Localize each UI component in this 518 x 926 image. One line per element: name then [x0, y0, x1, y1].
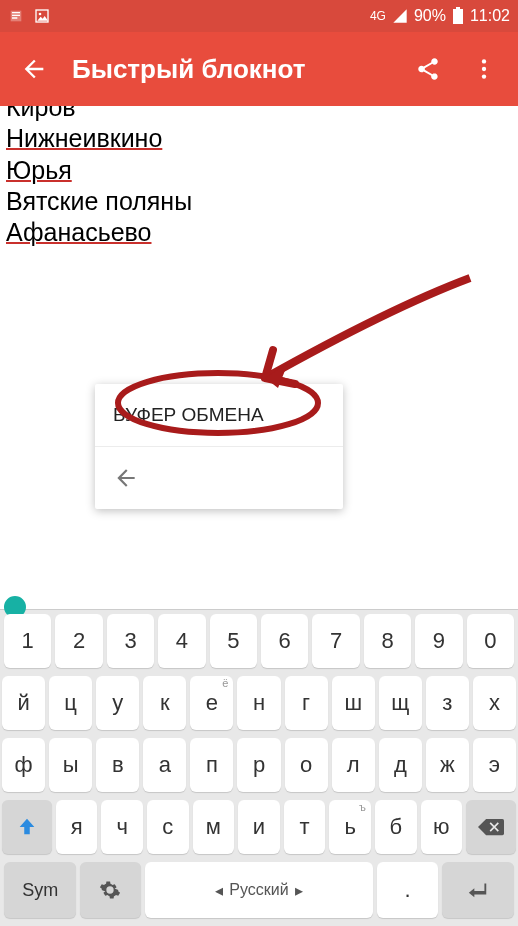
note-line: Киров	[6, 106, 512, 123]
key-letter[interactable]: о	[285, 738, 328, 792]
key-1[interactable]: 1	[4, 614, 51, 668]
key-letter[interactable]: с	[147, 800, 189, 854]
share-button[interactable]	[410, 51, 446, 87]
key-letter[interactable]: х	[473, 676, 516, 730]
key-letter[interactable]: к	[143, 676, 186, 730]
key-6[interactable]: 6	[261, 614, 308, 668]
key-letter[interactable]: ю	[421, 800, 463, 854]
key-settings[interactable]	[80, 862, 140, 918]
app-bar: Быстрый блокнот	[0, 32, 518, 106]
key-shift[interactable]	[2, 800, 52, 854]
key-letter[interactable]: з	[426, 676, 469, 730]
battery-icon	[452, 7, 464, 25]
key-letter[interactable]: й	[2, 676, 45, 730]
svg-point-5	[482, 67, 486, 71]
key-letter[interactable]: ф	[2, 738, 45, 792]
key-letter[interactable]: т	[284, 800, 326, 854]
key-letter[interactable]: у	[96, 676, 139, 730]
note-line: Вятские поляны	[6, 186, 512, 217]
key-8[interactable]: 8	[364, 614, 411, 668]
svg-rect-2	[453, 9, 463, 24]
battery-label: 90%	[414, 7, 446, 25]
keyboard-row-3: я ч с м и т ьъ б ю	[0, 796, 518, 858]
key-letter[interactable]: ц	[49, 676, 92, 730]
keyboard-row-bottom: Sym ◂ Русский ▸ .	[0, 858, 518, 922]
back-button[interactable]	[16, 51, 52, 87]
status-bar: 4G 90% 11:02	[0, 0, 518, 32]
key-5[interactable]: 5	[210, 614, 257, 668]
app-title: Быстрый блокнот	[72, 54, 390, 85]
note-editor[interactable]: Киров Нижнеивкино Юрья Вятские поляны Аф…	[0, 106, 518, 609]
key-dot[interactable]: .	[377, 862, 437, 918]
keyboard-row-2: ф ы в а п р о л д ж э	[0, 734, 518, 796]
key-7[interactable]: 7	[312, 614, 359, 668]
chevron-right-icon: ▸	[295, 881, 303, 900]
keyboard-lang-label: Русский	[229, 881, 288, 899]
key-letter[interactable]: н	[237, 676, 280, 730]
key-backspace[interactable]	[466, 800, 516, 854]
key-3[interactable]: 3	[107, 614, 154, 668]
network-label: 4G	[370, 9, 386, 23]
menu-back-item[interactable]	[95, 447, 343, 509]
chevron-left-icon: ◂	[215, 881, 223, 900]
clipboard-menu-item[interactable]: БУФЕР ОБМЕНА	[95, 384, 343, 447]
key-letter[interactable]: м	[193, 800, 235, 854]
keyboard-row-digits: 1 2 3 4 5 6 7 8 9 0	[0, 610, 518, 672]
key-letter[interactable]: её	[190, 676, 233, 730]
svg-point-1	[39, 13, 42, 16]
more-button[interactable]	[466, 51, 502, 87]
key-letter[interactable]: ч	[101, 800, 143, 854]
keyboard-row-1: й ц у к её н г ш щ з х	[0, 672, 518, 734]
note-line: Афанасьево	[6, 217, 512, 248]
key-letter[interactable]: б	[375, 800, 417, 854]
key-4[interactable]: 4	[158, 614, 205, 668]
key-9[interactable]: 9	[415, 614, 462, 668]
key-letter[interactable]: ы	[49, 738, 92, 792]
key-letter[interactable]: л	[332, 738, 375, 792]
key-letter[interactable]: р	[237, 738, 280, 792]
key-sym[interactable]: Sym	[4, 862, 76, 918]
key-letter[interactable]: э	[473, 738, 516, 792]
signal-icon	[392, 8, 408, 24]
key-letter[interactable]: щ	[379, 676, 422, 730]
key-2[interactable]: 2	[55, 614, 102, 668]
key-letter[interactable]: п	[190, 738, 233, 792]
key-letter[interactable]: в	[96, 738, 139, 792]
key-letter[interactable]: г	[285, 676, 328, 730]
key-space[interactable]: ◂ Русский ▸	[145, 862, 374, 918]
keyboard: 1 2 3 4 5 6 7 8 9 0 й ц у к её н г ш щ з…	[0, 609, 518, 926]
key-enter[interactable]	[442, 862, 514, 918]
image-icon	[34, 8, 50, 24]
key-letter[interactable]: ьъ	[329, 800, 371, 854]
note-line: Юрья	[6, 155, 512, 186]
key-letter[interactable]: и	[238, 800, 280, 854]
key-letter[interactable]: д	[379, 738, 422, 792]
svg-rect-3	[456, 7, 460, 9]
key-letter[interactable]: ж	[426, 738, 469, 792]
notification-icon	[8, 8, 24, 24]
note-line: Нижнеивкино	[6, 123, 512, 154]
svg-point-6	[482, 74, 486, 78]
svg-point-4	[482, 59, 486, 63]
key-letter[interactable]: а	[143, 738, 186, 792]
key-0[interactable]: 0	[467, 614, 514, 668]
key-letter[interactable]: я	[56, 800, 98, 854]
context-menu: БУФЕР ОБМЕНА	[95, 384, 343, 509]
key-letter[interactable]: ш	[332, 676, 375, 730]
clock-label: 11:02	[470, 7, 510, 25]
